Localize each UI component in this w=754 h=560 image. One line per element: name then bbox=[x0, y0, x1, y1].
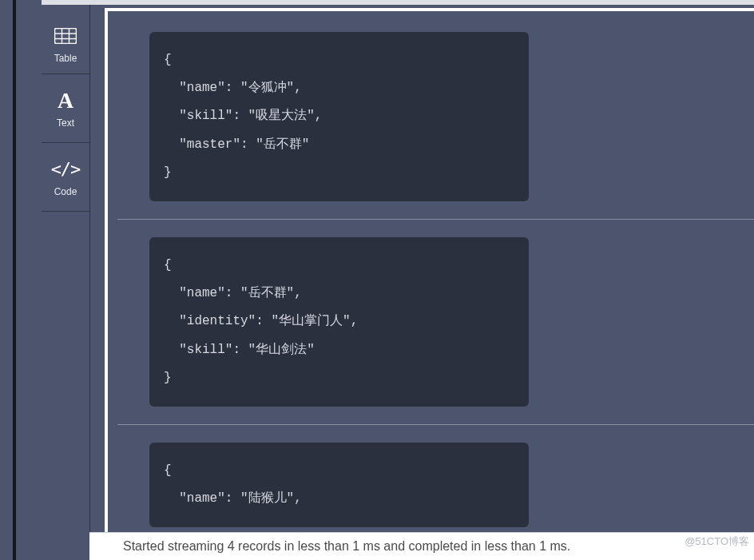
record-block[interactable]: { "name": "陆猴儿", bbox=[149, 443, 529, 527]
code-line: { bbox=[164, 258, 172, 272]
svg-rect-0 bbox=[55, 29, 77, 44]
content-wrap: { "name": "令狐冲", "skill": "吸星大法", "maste… bbox=[89, 5, 754, 532]
sidebar-item-table[interactable]: Table bbox=[42, 5, 89, 73]
content-panel: { "name": "令狐冲", "skill": "吸星大法", "maste… bbox=[105, 8, 754, 532]
code-line: "name": "岳不群", bbox=[164, 286, 302, 300]
sidebar-remainder bbox=[42, 211, 89, 532]
sidebar-item-text[interactable]: A Text bbox=[42, 73, 89, 142]
code-line: } bbox=[164, 371, 172, 385]
code-line: { bbox=[164, 53, 172, 67]
code-line: "skill": "华山剑法" bbox=[164, 343, 315, 357]
code-line: } bbox=[164, 165, 172, 180]
code-line: "identity": "华山掌门人", bbox=[164, 314, 358, 328]
sidebar: Table A Text </> Code bbox=[42, 5, 89, 532]
table-icon bbox=[54, 24, 77, 48]
code-line: "skill": "吸星大法", bbox=[164, 109, 322, 123]
code-icon: </> bbox=[51, 157, 81, 181]
outer-frame-edge bbox=[13, 0, 16, 560]
record-separator bbox=[117, 219, 754, 220]
status-bar: Started streaming 4 records in less than… bbox=[89, 532, 754, 560]
record-block[interactable]: { "name": "令狐冲", "skill": "吸星大法", "maste… bbox=[149, 32, 529, 201]
sidebar-item-label: Text bbox=[57, 117, 74, 129]
records-area[interactable]: { "name": "令狐冲", "skill": "吸星大法", "maste… bbox=[108, 11, 754, 532]
sidebar-item-label: Table bbox=[54, 53, 77, 64]
status-message: Started streaming 4 records in less than… bbox=[123, 539, 570, 554]
code-line: "name": "陆猴儿", bbox=[164, 491, 302, 506]
text-icon: A bbox=[58, 89, 73, 113]
record-separator bbox=[117, 424, 754, 425]
code-line: { bbox=[164, 463, 172, 478]
outer-margin bbox=[0, 0, 13, 560]
record-block[interactable]: { "name": "岳不群", "identity": "华山掌门人", "s… bbox=[149, 237, 529, 407]
code-line: "master": "岳不群" bbox=[164, 137, 309, 152]
code-line: "name": "令狐冲", bbox=[164, 81, 302, 95]
sidebar-item-code[interactable]: </> Code bbox=[42, 142, 89, 211]
sidebar-item-label: Code bbox=[54, 186, 77, 197]
